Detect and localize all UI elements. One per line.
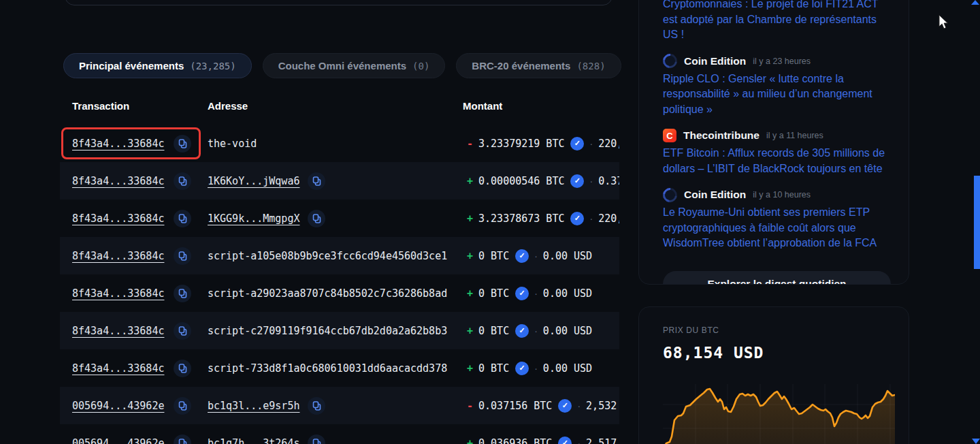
amount-sign: +	[467, 212, 473, 225]
table-header: Transaction Adresse Montant	[60, 92, 619, 123]
verified-badge-icon: ✓	[515, 287, 529, 300]
copy-button[interactable]	[174, 434, 191, 444]
tx-hash-link[interactable]: 8f43a4...33684c	[72, 287, 164, 300]
address-link[interactable]: script-c2709119f9164ccb67db2d0a2a62b8b3	[208, 325, 447, 337]
address-cell: 1K6KoY...jWqwa6	[208, 162, 325, 200]
address-link[interactable]: script-a105e08b9b9ce3fcc6cd94e4560d3ce1	[208, 250, 447, 262]
copy-icon	[178, 176, 188, 187]
tx-hash-link[interactable]: 8f43a4...33684c	[72, 138, 164, 150]
address-cell: the-void	[208, 125, 257, 162]
news-source-row: Coin Edition il y a 23 heures	[663, 53, 889, 69]
address-cell: script-733d8f1a0c680610031dd6aacacdd378	[208, 349, 447, 387]
address-cell: bc1q3l...e9sr5h	[208, 387, 325, 424]
scrollbar-top-arrow[interactable]	[971, 0, 979, 5]
copy-button[interactable]	[308, 397, 325, 415]
copy-button[interactable]	[308, 434, 325, 444]
amount-btc: 0.036936 BTC	[478, 437, 552, 444]
news-card: Cryptomonnaies : Le projet de loi FIT21 …	[638, 0, 909, 285]
address-link[interactable]: script-a29023aa8707c84b8502c7c36286b8ad	[208, 287, 447, 300]
copy-button[interactable]	[174, 247, 191, 265]
transaction-cell: 8f43a4...33684c	[72, 312, 191, 349]
dot-separator: ·	[589, 176, 593, 187]
copy-icon	[178, 363, 188, 374]
transaction-cell: 8f43a4...33684c	[72, 200, 191, 237]
news-source-name: Coin Edition	[684, 55, 746, 67]
transaction-cell: 8f43a4...33684c	[72, 274, 191, 312]
address-link[interactable]: 1K6KoY...jWqwa6	[208, 175, 299, 187]
btc-price-card: PRIX DU BTC 68,154 USD	[638, 306, 909, 444]
copy-icon	[178, 213, 188, 224]
copy-button[interactable]	[308, 210, 325, 227]
news-source-row: C Thecointribune il y a 11 heures	[663, 127, 889, 144]
tx-hash-link[interactable]: 005694...43962e	[72, 437, 164, 444]
dot-separator: ·	[577, 438, 581, 444]
explore-digest-button[interactable]: Explorer le digest quotidien	[663, 271, 891, 285]
amount-usd: 0.00 USD	[543, 362, 592, 375]
table-row: 8f43a4...33684c 1KGG9k...MmgpgX + 3.2337…	[60, 200, 619, 237]
address-link[interactable]: 1KGG9k...MmgpgX	[208, 212, 299, 225]
scrollbar-bottom-arrow[interactable]	[972, 439, 980, 444]
table-row: 8f43a4...33684c 1K6KoY...jWqwa6 + 0.0000…	[60, 162, 619, 200]
dot-separator: ·	[589, 213, 593, 224]
tx-hash-link[interactable]: 8f43a4...33684c	[72, 212, 164, 225]
dot-separator: ·	[534, 251, 538, 261]
copy-icon	[178, 251, 188, 261]
transaction-cell: 005694...43962e	[72, 387, 191, 424]
copy-button[interactable]	[308, 172, 325, 190]
copy-icon	[312, 438, 322, 444]
table-row: 8f43a4...33684c script-a105e08b9b9ce3fcc…	[60, 237, 619, 274]
address-link[interactable]: the-void	[208, 138, 257, 150]
dot-separator: ·	[534, 288, 538, 299]
amount-usd: 2,517	[586, 437, 617, 444]
copy-button[interactable]	[174, 210, 191, 227]
copy-icon	[178, 138, 188, 149]
news-item: Coin Edition il y a 23 heures Ripple CLO…	[663, 53, 889, 118]
amount-cell: + 0 BTC ✓ · 0.00 USD	[467, 349, 592, 387]
amount-sign: +	[467, 175, 473, 187]
column-transaction: Transaction	[72, 100, 129, 112]
verified-badge-icon: ✓	[515, 324, 529, 338]
address-link[interactable]: bc1q3l...e9sr5h	[208, 400, 299, 412]
news-headline-link[interactable]: Cryptomonnaies : Le projet de loi FIT21 …	[663, 0, 889, 43]
copy-button[interactable]	[174, 360, 191, 377]
amount-sign: -	[467, 400, 473, 412]
news-item: Cryptomonnaies : Le projet de loi FIT21 …	[663, 0, 889, 43]
copy-button[interactable]	[174, 135, 191, 153]
tx-hash-link[interactable]: 005694...43962e	[72, 400, 164, 412]
address-cell: script-a105e08b9b9ce3fcc6cd94e4560d3ce1	[208, 237, 447, 274]
table-row: 8f43a4...33684c script-a29023aa8707c84b8…	[60, 274, 619, 312]
table-row: 8f43a4...33684c script-733d8f1a0c6806100…	[60, 349, 619, 387]
news-source-row: Coin Edition il y a 10 heures	[663, 187, 889, 203]
news-headline-link[interactable]: ETF Bitcoin : Afflux records de 305 mill…	[663, 146, 889, 176]
scrollbar-thumb[interactable]	[974, 176, 980, 269]
dot-separator: ·	[577, 400, 581, 411]
copy-button[interactable]	[174, 397, 191, 415]
dot-separator: ·	[534, 326, 538, 336]
table-row: 8f43a4...33684c script-c2709119f9164ccb6…	[60, 312, 619, 349]
amount-cell: + 0.036936 BTC ✓ · 2,517	[467, 424, 617, 444]
copy-button[interactable]	[174, 322, 191, 340]
transaction-cell: 8f43a4...33684c	[72, 125, 191, 162]
tx-hash-link[interactable]: 8f43a4...33684c	[72, 362, 164, 375]
tx-hash-link[interactable]: 8f43a4...33684c	[72, 325, 164, 337]
news-headline-link[interactable]: Le Royaume-Uni obtient ses premiers ETP …	[663, 205, 889, 251]
dot-separator: ·	[589, 138, 593, 149]
amount-sign: +	[467, 250, 473, 262]
table-rows: 8f43a4...33684c the-void - 3.23379219 BT…	[60, 125, 619, 444]
verified-badge-icon: ✓	[558, 437, 572, 444]
dot-separator: ·	[534, 363, 538, 374]
verified-badge-icon: ✓	[570, 212, 584, 225]
copy-button[interactable]	[174, 172, 191, 190]
amount-sign: -	[467, 138, 473, 150]
tx-hash-link[interactable]: 8f43a4...33684c	[72, 250, 164, 262]
verified-badge-icon: ✓	[570, 174, 584, 188]
btc-price-label: PRIX DU BTC	[663, 326, 889, 335]
amount-cell: - 0.037156 BTC ✓ · 2,532	[467, 387, 617, 424]
news-headline-link[interactable]: Ripple CLO : Gensler « lutte contre la r…	[663, 72, 889, 118]
tx-hash-link[interactable]: 8f43a4...33684c	[72, 175, 164, 187]
address-link[interactable]: bc1q7h...3t264s	[208, 437, 299, 444]
copy-icon	[312, 213, 322, 224]
copy-button[interactable]	[174, 285, 191, 302]
news-item: Coin Edition il y a 10 heures Le Royaume…	[663, 187, 889, 251]
address-link[interactable]: script-733d8f1a0c680610031dd6aacacdd378	[208, 362, 447, 375]
